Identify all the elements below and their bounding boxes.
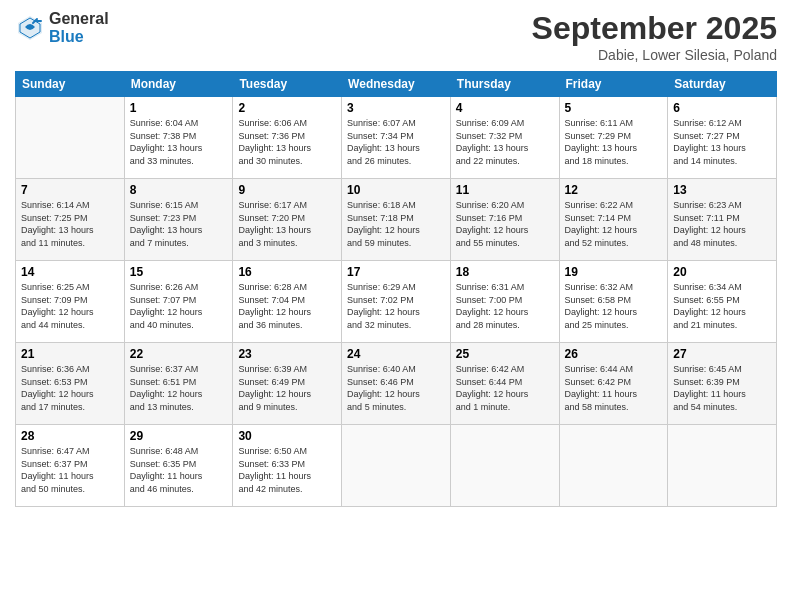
day-info: Sunrise: 6:40 AM Sunset: 6:46 PM Dayligh… [347,363,445,413]
logo-blue: Blue [49,28,109,46]
calendar-week-row: 7Sunrise: 6:14 AM Sunset: 7:25 PM Daylig… [16,179,777,261]
day-number: 19 [565,265,663,279]
day-number: 10 [347,183,445,197]
calendar-cell: 7Sunrise: 6:14 AM Sunset: 7:25 PM Daylig… [16,179,125,261]
day-number: 23 [238,347,336,361]
calendar-cell: 9Sunrise: 6:17 AM Sunset: 7:20 PM Daylig… [233,179,342,261]
day-number: 3 [347,101,445,115]
calendar-cell: 12Sunrise: 6:22 AM Sunset: 7:14 PM Dayli… [559,179,668,261]
calendar-cell: 28Sunrise: 6:47 AM Sunset: 6:37 PM Dayli… [16,425,125,507]
calendar-cell: 19Sunrise: 6:32 AM Sunset: 6:58 PM Dayli… [559,261,668,343]
day-info: Sunrise: 6:18 AM Sunset: 7:18 PM Dayligh… [347,199,445,249]
calendar-cell: 4Sunrise: 6:09 AM Sunset: 7:32 PM Daylig… [450,97,559,179]
day-info: Sunrise: 6:06 AM Sunset: 7:36 PM Dayligh… [238,117,336,167]
day-number: 15 [130,265,228,279]
day-number: 8 [130,183,228,197]
day-number: 17 [347,265,445,279]
calendar-cell: 13Sunrise: 6:23 AM Sunset: 7:11 PM Dayli… [668,179,777,261]
calendar-cell: 16Sunrise: 6:28 AM Sunset: 7:04 PM Dayli… [233,261,342,343]
location-subtitle: Dabie, Lower Silesia, Poland [532,47,777,63]
header-friday: Friday [559,72,668,97]
day-number: 13 [673,183,771,197]
calendar-cell [668,425,777,507]
calendar-cell: 29Sunrise: 6:48 AM Sunset: 6:35 PM Dayli… [124,425,233,507]
day-number: 24 [347,347,445,361]
day-info: Sunrise: 6:20 AM Sunset: 7:16 PM Dayligh… [456,199,554,249]
day-number: 5 [565,101,663,115]
calendar-cell: 17Sunrise: 6:29 AM Sunset: 7:02 PM Dayli… [342,261,451,343]
day-number: 30 [238,429,336,443]
day-info: Sunrise: 6:04 AM Sunset: 7:38 PM Dayligh… [130,117,228,167]
calendar-cell: 21Sunrise: 6:36 AM Sunset: 6:53 PM Dayli… [16,343,125,425]
calendar-week-row: 28Sunrise: 6:47 AM Sunset: 6:37 PM Dayli… [16,425,777,507]
page-container: General Blue September 2025 Dabie, Lower… [0,0,792,517]
day-number: 16 [238,265,336,279]
day-number: 27 [673,347,771,361]
day-number: 7 [21,183,119,197]
day-info: Sunrise: 6:17 AM Sunset: 7:20 PM Dayligh… [238,199,336,249]
calendar-table: Sunday Monday Tuesday Wednesday Thursday… [15,71,777,507]
day-info: Sunrise: 6:34 AM Sunset: 6:55 PM Dayligh… [673,281,771,331]
calendar-cell [450,425,559,507]
day-number: 14 [21,265,119,279]
day-info: Sunrise: 6:44 AM Sunset: 6:42 PM Dayligh… [565,363,663,413]
calendar-cell: 20Sunrise: 6:34 AM Sunset: 6:55 PM Dayli… [668,261,777,343]
day-info: Sunrise: 6:36 AM Sunset: 6:53 PM Dayligh… [21,363,119,413]
day-info: Sunrise: 6:14 AM Sunset: 7:25 PM Dayligh… [21,199,119,249]
header-tuesday: Tuesday [233,72,342,97]
calendar-cell: 14Sunrise: 6:25 AM Sunset: 7:09 PM Dayli… [16,261,125,343]
calendar-cell: 10Sunrise: 6:18 AM Sunset: 7:18 PM Dayli… [342,179,451,261]
day-number: 18 [456,265,554,279]
day-info: Sunrise: 6:23 AM Sunset: 7:11 PM Dayligh… [673,199,771,249]
day-number: 26 [565,347,663,361]
day-number: 25 [456,347,554,361]
calendar-cell: 5Sunrise: 6:11 AM Sunset: 7:29 PM Daylig… [559,97,668,179]
day-info: Sunrise: 6:29 AM Sunset: 7:02 PM Dayligh… [347,281,445,331]
calendar-cell [342,425,451,507]
weekday-header-row: Sunday Monday Tuesday Wednesday Thursday… [16,72,777,97]
calendar-cell: 1Sunrise: 6:04 AM Sunset: 7:38 PM Daylig… [124,97,233,179]
calendar-week-row: 1Sunrise: 6:04 AM Sunset: 7:38 PM Daylig… [16,97,777,179]
calendar-cell: 18Sunrise: 6:31 AM Sunset: 7:00 PM Dayli… [450,261,559,343]
day-info: Sunrise: 6:12 AM Sunset: 7:27 PM Dayligh… [673,117,771,167]
calendar-cell [559,425,668,507]
day-number: 9 [238,183,336,197]
day-number: 21 [21,347,119,361]
logo: General Blue [15,10,109,45]
calendar-cell: 30Sunrise: 6:50 AM Sunset: 6:33 PM Dayli… [233,425,342,507]
day-number: 22 [130,347,228,361]
day-info: Sunrise: 6:48 AM Sunset: 6:35 PM Dayligh… [130,445,228,495]
day-number: 20 [673,265,771,279]
logo-text: General Blue [49,10,109,45]
day-info: Sunrise: 6:50 AM Sunset: 6:33 PM Dayligh… [238,445,336,495]
header-monday: Monday [124,72,233,97]
day-number: 6 [673,101,771,115]
day-info: Sunrise: 6:22 AM Sunset: 7:14 PM Dayligh… [565,199,663,249]
header-wednesday: Wednesday [342,72,451,97]
header: General Blue September 2025 Dabie, Lower… [15,10,777,63]
day-info: Sunrise: 6:45 AM Sunset: 6:39 PM Dayligh… [673,363,771,413]
day-info: Sunrise: 6:09 AM Sunset: 7:32 PM Dayligh… [456,117,554,167]
day-info: Sunrise: 6:37 AM Sunset: 6:51 PM Dayligh… [130,363,228,413]
day-info: Sunrise: 6:28 AM Sunset: 7:04 PM Dayligh… [238,281,336,331]
day-info: Sunrise: 6:07 AM Sunset: 7:34 PM Dayligh… [347,117,445,167]
calendar-cell: 3Sunrise: 6:07 AM Sunset: 7:34 PM Daylig… [342,97,451,179]
calendar-week-row: 14Sunrise: 6:25 AM Sunset: 7:09 PM Dayli… [16,261,777,343]
calendar-cell: 11Sunrise: 6:20 AM Sunset: 7:16 PM Dayli… [450,179,559,261]
calendar-cell: 27Sunrise: 6:45 AM Sunset: 6:39 PM Dayli… [668,343,777,425]
day-info: Sunrise: 6:11 AM Sunset: 7:29 PM Dayligh… [565,117,663,167]
calendar-cell: 25Sunrise: 6:42 AM Sunset: 6:44 PM Dayli… [450,343,559,425]
calendar-cell: 6Sunrise: 6:12 AM Sunset: 7:27 PM Daylig… [668,97,777,179]
calendar-cell: 8Sunrise: 6:15 AM Sunset: 7:23 PM Daylig… [124,179,233,261]
title-block: September 2025 Dabie, Lower Silesia, Pol… [532,10,777,63]
calendar-cell: 24Sunrise: 6:40 AM Sunset: 6:46 PM Dayli… [342,343,451,425]
day-number: 4 [456,101,554,115]
day-info: Sunrise: 6:39 AM Sunset: 6:49 PM Dayligh… [238,363,336,413]
day-number: 2 [238,101,336,115]
logo-general: General [49,10,109,28]
header-saturday: Saturday [668,72,777,97]
day-info: Sunrise: 6:47 AM Sunset: 6:37 PM Dayligh… [21,445,119,495]
calendar-cell: 15Sunrise: 6:26 AM Sunset: 7:07 PM Dayli… [124,261,233,343]
header-sunday: Sunday [16,72,125,97]
day-info: Sunrise: 6:32 AM Sunset: 6:58 PM Dayligh… [565,281,663,331]
